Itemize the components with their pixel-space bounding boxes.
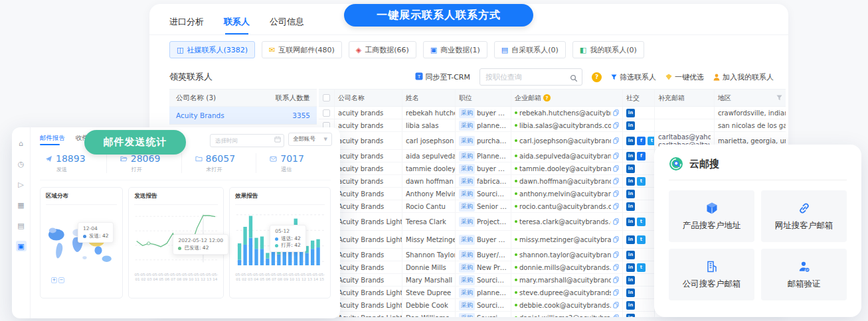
date-range-picker <box>210 133 284 147</box>
copy-icon[interactable] <box>613 153 619 159</box>
internet-mail-icon: ✉ <box>269 46 275 54</box>
copy-icon[interactable] <box>613 251 619 258</box>
source-tab[interactable]: ▤自采联系人(0) <box>494 41 566 58</box>
valid-email-dot <box>515 266 517 269</box>
linkedin-icon[interactable]: in <box>626 301 635 310</box>
world-map[interactable] <box>46 208 117 286</box>
cell-title: 采购Sourcing Manager - <box>456 274 511 286</box>
linkedin-icon[interactable]: in <box>626 137 635 145</box>
copy-icon[interactable] <box>613 218 619 225</box>
copy-icon[interactable] <box>613 236 619 243</box>
cell-company: acuity brands <box>335 162 402 174</box>
linkedin-icon[interactable]: in <box>626 164 635 173</box>
email-help-icon[interactable]: ? <box>543 94 551 101</box>
history-icon[interactable]: ◷ <box>16 159 27 169</box>
linkedin-icon[interactable]: in <box>626 121 635 130</box>
cube-search-card[interactable]: 产品搜客户地址 <box>669 190 754 242</box>
linkedin-icon[interactable]: in <box>626 218 635 226</box>
source-tab[interactable]: ◫社媒联系人(3382) <box>169 41 255 58</box>
map-zoom-control[interactable]: +− <box>51 277 64 283</box>
add-to-my-contacts-button[interactable]: 加入我的联系人 <box>713 72 774 82</box>
search-icon[interactable] <box>570 72 578 85</box>
link-search-card[interactable]: 网址搜客户邮箱 <box>761 190 847 242</box>
facebook-icon[interactable]: f <box>637 152 646 160</box>
cloud-card-label: 产品搜客户地址 <box>683 220 741 231</box>
copy-icon[interactable] <box>613 122 619 129</box>
linkedin-icon[interactable]: in <box>626 202 635 211</box>
tooltip-title: 05-12 <box>275 228 300 234</box>
linkedin-icon[interactable]: in <box>626 251 635 259</box>
linkedin-icon[interactable]: in <box>626 289 635 297</box>
copy-icon[interactable] <box>613 165 619 172</box>
diamond-icon <box>665 74 672 80</box>
tab-公司信息[interactable]: 公司信息 <box>270 12 304 33</box>
copy-icon[interactable] <box>613 109 619 116</box>
copy-icon[interactable] <box>613 302 619 308</box>
source-tab[interactable]: ✉互联网邮件(480) <box>262 41 342 58</box>
copy-icon[interactable] <box>613 203 619 210</box>
account-select[interactable]: 全部账号 ▼ <box>288 133 332 146</box>
date-range-input[interactable] <box>210 134 284 147</box>
linkedin-icon[interactable]: in <box>626 109 635 117</box>
linkedin-icon[interactable]: in <box>626 276 635 285</box>
x-label: 05-01 <box>235 273 241 282</box>
briefcase-icon[interactable]: ▦ <box>16 200 27 210</box>
twitter-icon[interactable]: t <box>637 235 646 244</box>
svg-text:T: T <box>417 73 420 79</box>
linkedin-icon[interactable]: in <box>626 235 635 244</box>
linkedin-icon[interactable]: in <box>626 152 635 160</box>
filter-contacts-button[interactable]: 筛选联系人 <box>611 72 656 82</box>
linkedin-icon[interactable]: in <box>626 314 635 318</box>
cell-company: Acuity Brands Lighting <box>335 213 402 230</box>
sync-tcrm-button[interactable]: T 同步至T-CRM <box>415 72 471 82</box>
facebook-icon[interactable]: f <box>637 137 646 145</box>
home-icon[interactable]: ⌂ <box>16 138 27 149</box>
copy-icon[interactable] <box>613 277 619 283</box>
company-row[interactable]: Acuity Brands3355 <box>169 107 317 125</box>
source-tab[interactable]: ◈工商数据(66) <box>349 41 416 58</box>
select-all-checkbox[interactable] <box>323 94 330 101</box>
twitter-icon[interactable]: t <box>637 177 646 186</box>
region-funnel-icon[interactable] <box>776 95 782 101</box>
tooltip-item: 已发送: 42 <box>178 245 223 251</box>
tab-进口分析[interactable]: 进口分析 <box>169 12 204 33</box>
tab-联系人[interactable]: 联系人 <box>224 12 250 33</box>
help-icon[interactable]: ? <box>592 72 602 82</box>
linkedin-icon[interactable]: in <box>626 190 635 198</box>
copy-icon[interactable] <box>613 264 619 271</box>
send-icon[interactable]: ▷ <box>16 179 27 190</box>
x-label: 05-12 <box>200 273 206 282</box>
row-checkbox[interactable] <box>323 109 330 117</box>
person-verify-search-card[interactable]: 邮箱验证 <box>761 249 847 300</box>
one-key-optimize-button[interactable]: 一键优选 <box>665 72 704 82</box>
company-search-card[interactable]: 公司搜客户邮箱 <box>669 249 754 300</box>
position-search-input[interactable] <box>479 68 582 86</box>
twitter-icon[interactable]: t <box>637 218 646 226</box>
cell-name: Rocio Cantu <box>402 200 456 212</box>
linkedin-icon[interactable]: in <box>626 263 635 272</box>
mail-tab-邮件报告[interactable]: 邮件报告 <box>40 134 65 145</box>
cell-extra-email <box>655 119 715 131</box>
cell-company: Acuity Brands Lighting <box>335 312 402 317</box>
valid-email-dot <box>515 220 517 223</box>
source-tab[interactable]: ◧我的联系人(0) <box>572 41 644 58</box>
copy-icon[interactable] <box>613 314 619 317</box>
copy-icon[interactable] <box>613 178 619 184</box>
source-tab[interactable]: ▣商业数据(1) <box>423 41 487 58</box>
twitter-icon[interactable]: t <box>648 137 655 145</box>
valid-email-dot <box>515 205 517 208</box>
linkedin-icon[interactable]: in <box>626 177 635 186</box>
copy-icon[interactable] <box>613 289 619 296</box>
copy-icon[interactable] <box>613 190 619 197</box>
copy-icon[interactable] <box>613 137 619 144</box>
cell-company: acuity brands <box>335 107 402 119</box>
report-icon[interactable]: ▤ <box>16 220 27 231</box>
cell-company: Acuity Brands <box>335 249 402 261</box>
title-text: planner / buyer / pr <box>477 289 507 296</box>
procurement-tag: 采购 <box>459 288 475 298</box>
cell-social: in <box>623 312 655 317</box>
stat-top: 86057 <box>195 153 256 164</box>
stats-icon[interactable]: ▣ <box>16 241 27 251</box>
x-label: 05-11 <box>194 273 200 282</box>
twitter-icon[interactable]: t <box>637 263 646 272</box>
